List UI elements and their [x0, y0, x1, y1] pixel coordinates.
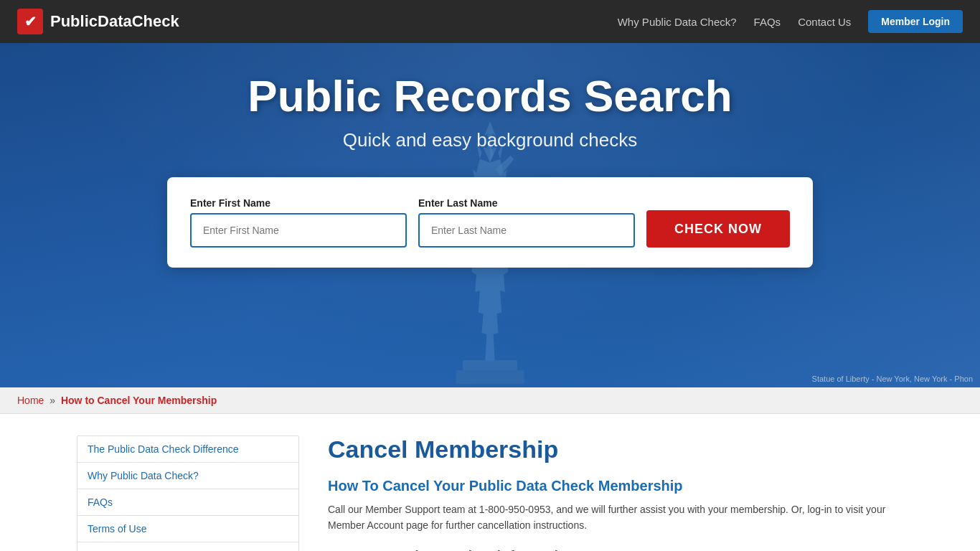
logo-text: PublicDataCheck	[50, 12, 179, 31]
breadcrumb-current: How to Cancel Your Membership	[61, 395, 217, 406]
logo-icon: ✔	[17, 9, 43, 34]
sidebar-item-privacy[interactable]: Privacy Policy	[77, 542, 298, 551]
breadcrumb-home[interactable]: Home	[17, 395, 44, 406]
breadcrumb: Home » How to Cancel Your Membership	[0, 387, 980, 414]
page-title: Cancel Membership	[328, 435, 903, 463]
first-name-field: Enter First Name	[190, 197, 407, 248]
photo-credit: Statue of Liberty - New York, New York -…	[812, 375, 973, 383]
logo-area: ✔ PublicDataCheck	[17, 9, 179, 34]
check-now-button[interactable]: CHECK NOW	[646, 210, 790, 248]
main-nav: Why Public Data Check? FAQs Contact Us M…	[618, 10, 963, 33]
site-header: ✔ PublicDataCheck Why Public Data Check?…	[0, 0, 980, 43]
sidebar: The Public Data Check Difference Why Pub…	[77, 435, 299, 551]
hero-title: Public Records Search	[248, 72, 732, 121]
section1-body: Call our Member Support team at 1-800-95…	[328, 501, 903, 534]
section2-heading: Accurate and up-to-date information	[328, 548, 903, 551]
nav-faqs[interactable]: FAQs	[754, 16, 781, 28]
sidebar-item-terms[interactable]: Terms of Use	[77, 516, 298, 542]
sidebar-item-difference[interactable]: The Public Data Check Difference	[77, 436, 298, 463]
main-content: The Public Data Check Difference Why Pub…	[60, 414, 920, 551]
nav-why[interactable]: Why Public Data Check?	[618, 16, 737, 28]
nav-contact[interactable]: Contact Us	[798, 16, 851, 28]
content-area: Cancel Membership How To Cancel Your Pub…	[328, 435, 903, 551]
section1-heading[interactable]: How To Cancel Your Public Data Check Mem…	[328, 478, 903, 494]
breadcrumb-separator: »	[50, 395, 55, 406]
sidebar-item-why[interactable]: Why Public Data Check?	[77, 463, 298, 489]
sidebar-item-faqs[interactable]: FAQs	[77, 489, 298, 516]
member-login-button[interactable]: Member Login	[868, 10, 963, 33]
svg-rect-0	[463, 360, 517, 370]
hero-section: Public Records Search Quick and easy bac…	[0, 43, 980, 387]
svg-rect-1	[456, 370, 524, 384]
first-name-label: Enter First Name	[190, 197, 407, 209]
first-name-input[interactable]	[190, 213, 407, 248]
sidebar-nav: The Public Data Check Difference Why Pub…	[77, 435, 299, 551]
last-name-label: Enter Last Name	[418, 197, 635, 209]
search-box: Enter First Name Enter Last Name CHECK N…	[167, 177, 813, 268]
hero-subtitle: Quick and easy background checks	[343, 129, 637, 151]
last-name-field: Enter Last Name	[418, 197, 635, 248]
last-name-input[interactable]	[418, 213, 635, 248]
